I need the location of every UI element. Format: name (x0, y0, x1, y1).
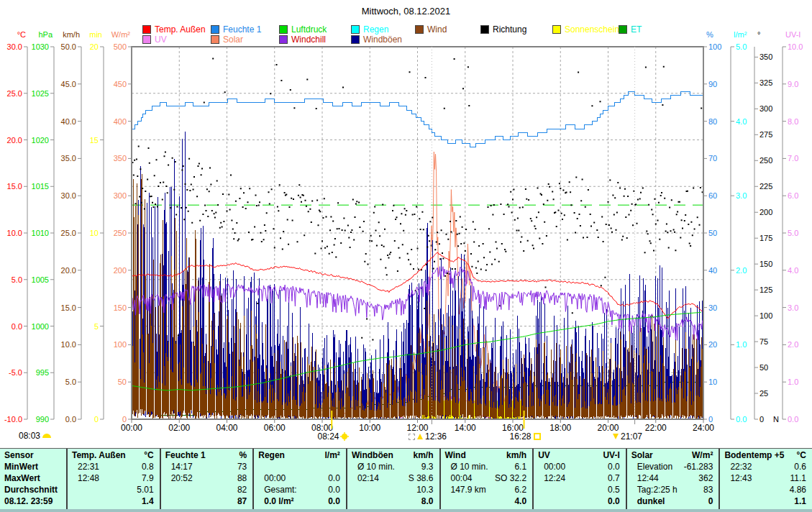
stat-label: 14:17 (171, 461, 193, 472)
sensor-unit: °C (144, 449, 153, 461)
stat-row: Ø 10 min.9.3 (347, 461, 439, 472)
stat-value: 0.0 (608, 495, 620, 507)
stat-row-header: 08.12. 23:59 (4, 495, 66, 507)
stat-label: Ø 10 min. (357, 461, 395, 472)
sensor-unit: % (240, 449, 247, 461)
dawn-time: 08:03 (19, 431, 51, 441)
svg-text:hPa: hPa (38, 30, 53, 39)
sensor-unit: l/m² (325, 449, 340, 461)
stat-row: 22:310.8 (68, 461, 160, 472)
sunset-time: 16:28 (495, 431, 555, 442)
sensor-unit: km/h (506, 449, 526, 461)
stat-column-header: UVUV-I (534, 449, 626, 461)
svg-text:20: 20 (708, 340, 717, 349)
stat-row-header: Durchschnitt (4, 484, 66, 495)
svg-text:l/m²: l/m² (734, 30, 747, 39)
sensor-name: Temp. Außen (72, 449, 126, 461)
stat-column-header: Bodentemp +5°C (720, 449, 812, 461)
stat-value: 0.0 (328, 495, 340, 507)
svg-text:N: N (773, 415, 779, 424)
moonrise-time: 12:36 (409, 431, 447, 442)
svg-text:30.0: 30.0 (7, 42, 22, 51)
svg-text:%: % (706, 30, 713, 39)
sensor-unit: UV-I (603, 449, 619, 461)
svg-text:300: 300 (759, 104, 772, 113)
stat-value: 87 (237, 495, 247, 507)
stat-value: 0.0 (328, 484, 340, 495)
stat-row: 147.9 km6.2 (441, 484, 533, 495)
stat-row: 00:000.0 (534, 461, 626, 472)
stat-value: 5.01 (137, 484, 153, 495)
svg-text:10: 10 (708, 378, 717, 386)
svg-text:25.0: 25.0 (7, 89, 22, 98)
axis-hpa: hPa1030102510201015101010051000995990 (32, 30, 54, 424)
svg-text:225: 225 (759, 182, 772, 191)
svg-text:75: 75 (759, 337, 768, 346)
axis-lm2: l/m²5.04.03.02.01.00.0 (731, 30, 747, 424)
stat-row: 1.1 (720, 495, 812, 507)
svg-text:20: 20 (90, 42, 99, 51)
svg-text:5: 5 (94, 322, 99, 331)
svg-text:25: 25 (759, 389, 768, 398)
svg-text:4.0: 4.0 (736, 117, 747, 126)
sensor-name: Wind (445, 449, 466, 461)
axis-kmh: km/h50.045.040.035.030.025.020.015.010.0… (61, 30, 81, 424)
moonset-time-label: 21:07 (621, 431, 642, 442)
stats-column: SolarW/m²Elevation-61.28312:44362Tag:2:2… (626, 449, 719, 509)
stat-value: 0.5 (608, 484, 620, 495)
svg-text:22:00: 22:00 (645, 423, 667, 433)
stat-row: Tag:2:25 h83 (627, 484, 719, 495)
stat-column-header: Windkm/h (441, 449, 533, 461)
moonrise-time-label: 12:36 (425, 431, 447, 442)
svg-text:UV-I: UV-I (785, 30, 800, 39)
svg-text:1000: 1000 (32, 322, 49, 331)
stat-row: 4.0 (441, 495, 533, 507)
stat-label: Gesamt: (264, 484, 296, 495)
stat-row: 82 (161, 484, 253, 495)
stat-value: 73 (237, 461, 247, 472)
svg-text:10.0: 10.0 (61, 340, 76, 349)
stat-row: 12:487.9 (68, 472, 160, 484)
stat-value: 0.0 (608, 461, 620, 472)
stat-value: 7.9 (142, 472, 154, 484)
svg-text:1005: 1005 (32, 275, 49, 284)
svg-text:0: 0 (94, 415, 99, 424)
svg-text:W/m²: W/m² (111, 30, 131, 39)
svg-text:45.0: 45.0 (61, 80, 76, 88)
svg-text:15: 15 (90, 136, 99, 145)
svg-text:80: 80 (708, 117, 717, 126)
stat-label: Elevation (637, 461, 672, 472)
svg-text:100: 100 (759, 311, 772, 320)
svg-text:5.0: 5.0 (788, 229, 798, 237)
stat-row: 12:240.7 (534, 472, 626, 484)
stat-label: 12:48 (78, 472, 99, 484)
stat-label: 22:32 (730, 461, 752, 472)
svg-text:40: 40 (708, 266, 717, 275)
svg-text:1.0: 1.0 (788, 378, 798, 386)
svg-text:150: 150 (759, 260, 772, 268)
sensor-name: Feuchte 1 (165, 449, 206, 461)
svg-text:100: 100 (114, 340, 127, 349)
svg-text:3.0: 3.0 (736, 191, 747, 200)
sensor-name: Bodentemp +5 (724, 449, 784, 461)
stats-table: SensorMinWertMaxWertDurchschnitt08.12. 2… (0, 448, 812, 512)
svg-text:35.0: 35.0 (61, 154, 76, 163)
stat-column-header: SolarW/m² (627, 449, 719, 461)
stats-column: UVUV-I00:000.012:240.70.50.0 (532, 449, 626, 509)
sensor-name: Solar (631, 449, 653, 461)
svg-text:450: 450 (114, 80, 127, 88)
stat-value: 83 (703, 484, 713, 495)
svg-text:°: ° (757, 30, 760, 39)
svg-text:25.0: 25.0 (61, 229, 76, 237)
svg-text:200: 200 (114, 266, 127, 275)
svg-text:1030: 1030 (32, 42, 49, 51)
stat-label: Tag:2:25 h (637, 484, 678, 495)
stat-value: 8.0 (421, 495, 434, 507)
series-luftdruck (132, 312, 701, 390)
svg-text:-5.0: -5.0 (9, 368, 22, 377)
stat-value: 4.86 (790, 484, 806, 495)
dawn-sun-icon (42, 434, 51, 438)
stat-row: 8.0 (347, 495, 439, 507)
axis-min: min20151050 (89, 30, 104, 424)
svg-text:1015: 1015 (32, 182, 49, 191)
